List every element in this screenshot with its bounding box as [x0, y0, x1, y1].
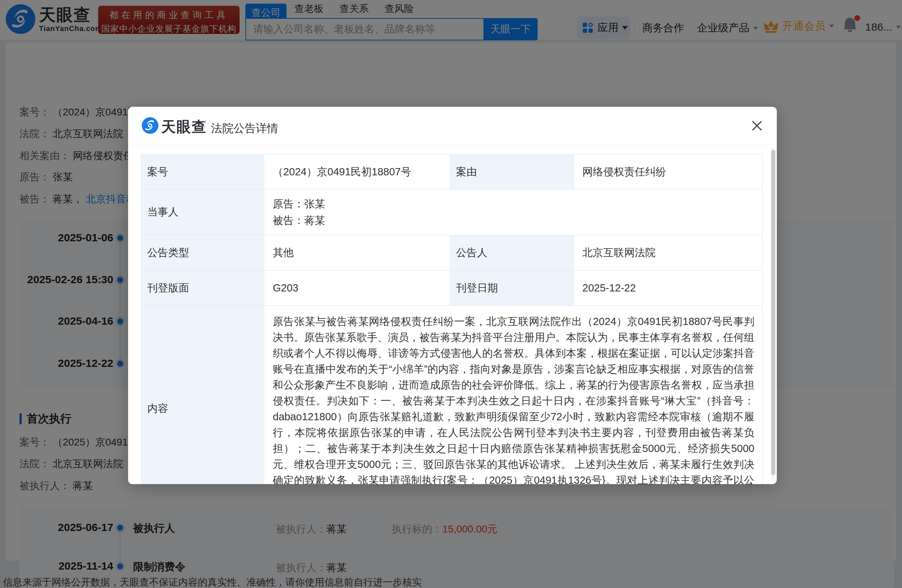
party-defendant: 被告：蒋某 [273, 212, 755, 229]
announcer-value: 北京互联网法院 [574, 235, 763, 271]
page: 天眼查 TianYanCha.com 都在用的商业查询工具 国家中小企业发展子基… [0, 0, 902, 588]
modal-title: 法院公告详情 [211, 121, 278, 136]
type-label: 公告类型 [141, 235, 264, 271]
table-row-case: 案号 （2024）京0491民初18807号 案由 网络侵权责任纠纷 [141, 155, 763, 189]
announcement-detail-table: 案号 （2024）京0491民初18807号 案由 网络侵权责任纠纷 当事人 原… [141, 155, 763, 484]
publish-date-label: 刊登日期 [450, 271, 574, 306]
announcer-label: 公告人 [450, 235, 574, 271]
content-text: 原告张某与被告蒋某网络侵权责任纠纷一案，北京互联网法院作出（2024）京0491… [264, 306, 763, 485]
court-announcement-modal: 天眼查 法院公告详情 案号 （2024）京0491民初18807号 案由 网络侵… [128, 107, 777, 484]
case-no-label: 案号 [141, 155, 264, 189]
close-icon[interactable] [750, 119, 764, 133]
modal-header-divider [204, 120, 205, 131]
type-value: 其他 [264, 235, 450, 271]
parties-label: 当事人 [141, 189, 264, 235]
modal-scrollbar [770, 147, 776, 480]
page-label: 刊登版面 [141, 271, 264, 306]
table-row-parties: 当事人 原告：张某 被告：蒋某 [141, 189, 763, 235]
cause-value: 网络侵权责任纠纷 [574, 155, 763, 189]
tianyancha-logo-icon [142, 117, 158, 134]
modal-header: 天眼查 法院公告详情 [128, 107, 777, 144]
case-no-value: （2024）京0491民初18807号 [264, 155, 450, 189]
table-row-type: 公告类型 其他 公告人 北京互联网法院 [141, 235, 763, 271]
publish-date-value: 2025-12-22 [574, 271, 763, 306]
table-row-content: 内容 原告张某与被告蒋某网络侵权责任纠纷一案，北京互联网法院作出（2024）京0… [141, 306, 763, 485]
table-row-publication: 刊登版面 G203 刊登日期 2025-12-22 [141, 271, 763, 306]
cause-label: 案由 [450, 155, 574, 189]
page-value: G203 [264, 271, 450, 306]
scrollbar-thumb[interactable] [771, 150, 775, 475]
modal-brand-name: 天眼查 [161, 117, 207, 137]
party-plaintiff: 原告：张某 [273, 195, 755, 212]
modal-body: 案号 （2024）京0491民初18807号 案由 网络侵权责任纠纷 当事人 原… [128, 145, 777, 484]
content-label: 内容 [141, 306, 264, 485]
parties-value: 原告：张某 被告：蒋某 [264, 189, 763, 235]
